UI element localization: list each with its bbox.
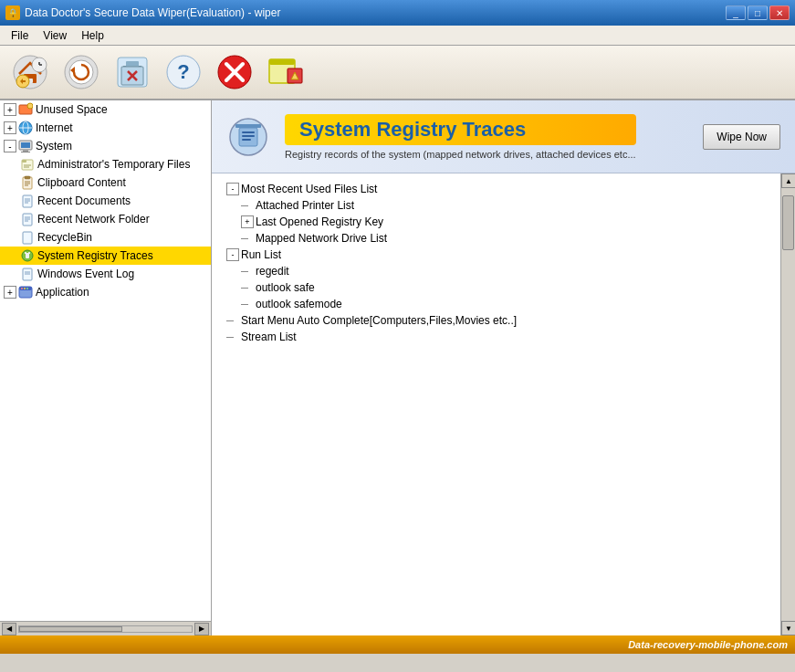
clipboard-icon (20, 175, 35, 190)
sidebar-item-unused-space[interactable]: + Unused Space (0, 100, 211, 119)
expand-run-list[interactable]: - (226, 248, 239, 261)
sidebar-item-recent-network[interactable]: Recent Network Folder (0, 210, 211, 228)
back-button[interactable] (58, 49, 104, 95)
vertical-scrollbar[interactable]: ▲ ▼ (780, 173, 795, 635)
label-regedit: regedit (256, 265, 289, 278)
sidebar-label-application: Application (36, 286, 89, 299)
help-menu[interactable]: Help (74, 27, 111, 44)
sidebar-label-event-log: Windows Event Log (37, 268, 134, 280)
wipe-now-button[interactable]: Wipe Now (703, 124, 780, 150)
stop-button[interactable] (212, 49, 257, 95)
expand-last-opened[interactable]: + (241, 215, 254, 228)
label-mru: Most Recent Used Files List (241, 183, 377, 195)
view-menu[interactable]: View (36, 27, 74, 44)
clear-button[interactable] (110, 49, 155, 95)
scroll-right-arrow[interactable]: ▶ (194, 623, 209, 635)
internet-icon (18, 121, 33, 135)
tree-item-mapped-network[interactable]: Mapped Network Drive List (241, 230, 766, 247)
sidebar-label-clipboard: Clipboard Content (37, 176, 126, 189)
tree-item-outlook-safemode[interactable]: outlook safemode (241, 296, 766, 312)
recent-network-icon (20, 212, 35, 226)
title-bar-left: 🔒 Data Doctor's Secure Data Wiper(Evalua… (5, 5, 280, 20)
svg-rect-53 (25, 252, 26, 254)
sidebar-tree: + Unused Space + Internet - S (0, 100, 212, 621)
sidebar-label-recycle: RecycleBin (37, 231, 92, 244)
svg-rect-66 (242, 135, 255, 137)
tree-item-regedit[interactable]: regedit (241, 263, 766, 279)
menu-bar: File View Help (0, 26, 795, 46)
recycle-icon (20, 230, 35, 245)
close-button[interactable]: ✕ (769, 5, 790, 20)
tree-item-mru[interactable]: - Most Recent Used Files List (226, 181, 766, 197)
svg-rect-32 (21, 152, 30, 152)
scroll-up-arrow[interactable]: ▲ (781, 173, 795, 188)
tree-item-outlook-safe[interactable]: outlook safe (241, 279, 766, 296)
svg-rect-67 (242, 139, 251, 141)
maximize-button[interactable]: □ (748, 5, 768, 20)
sidebar-item-registry-traces[interactable]: System Registry Traces (0, 247, 211, 265)
expand-mru[interactable]: - (226, 183, 239, 195)
svg-rect-34 (22, 160, 26, 163)
bottom-bar: Data-recovery-mobile-phone.com (0, 635, 795, 654)
window-controls[interactable]: _ □ ✕ (726, 5, 790, 20)
header-info: System Registry Traces Registry records … (285, 114, 636, 160)
expand-unused-space[interactable]: + (4, 103, 16, 116)
scroll-down-arrow[interactable]: ▼ (781, 621, 795, 635)
expand-application[interactable]: + (4, 286, 16, 299)
tree-item-start-menu[interactable]: Start Menu Auto Complete[Computers,Files… (226, 312, 766, 329)
sidebar-label-internet: Internet (36, 121, 73, 134)
header-icon (226, 115, 270, 159)
unused-space-icon (18, 102, 33, 117)
label-outlook-safemode: outlook safemode (256, 298, 342, 310)
recent-docs-icon (20, 194, 35, 208)
sidebar-item-recent-docs[interactable]: Recent Documents (0, 192, 211, 210)
sidebar-item-internet[interactable]: + Internet (0, 119, 211, 137)
event-log-icon (20, 267, 35, 281)
sidebar-item-admin-temp[interactable]: Administrator's Temporary Files (0, 155, 211, 173)
sidebar-label-recent-docs: Recent Documents (37, 194, 131, 207)
header-description: Registry records of the system (mapped n… (285, 149, 636, 160)
label-outlook-safe: outlook safe (256, 281, 315, 294)
svg-point-61 (24, 288, 26, 289)
svg-point-62 (26, 288, 28, 289)
application-icon (18, 285, 33, 299)
tree-item-stream-list[interactable]: Stream List (226, 329, 766, 345)
svg-rect-31 (23, 150, 28, 152)
expand-internet[interactable]: + (4, 121, 16, 134)
svg-rect-21 (269, 59, 295, 65)
system-icon (18, 139, 33, 153)
toolbar: ? (0, 46, 795, 100)
wipe-toolbar-button[interactable] (263, 49, 309, 95)
sidebar-item-system[interactable]: - System (0, 137, 211, 155)
expand-system[interactable]: - (4, 140, 16, 152)
svg-rect-50 (23, 232, 32, 244)
tree-item-last-opened[interactable]: + Last Opened Registry Key (241, 214, 766, 230)
tree-item-run-list[interactable]: - Run List (226, 247, 766, 263)
horizontal-scrollbar[interactable]: ◀ ▶ (0, 621, 211, 635)
scroll-left-arrow[interactable]: ◀ (2, 623, 16, 635)
file-menu[interactable]: File (4, 27, 36, 44)
svg-point-60 (21, 288, 23, 289)
sidebar-item-application[interactable]: + Application (0, 283, 211, 301)
label-start-menu: Start Menu Auto Complete[Computers,Files… (241, 314, 517, 327)
content-area: - Most Recent Used Files List Attached P… (212, 173, 780, 635)
svg-rect-38 (25, 176, 30, 179)
sidebar-item-event-log[interactable]: Windows Event Log (0, 265, 211, 283)
sidebar-label-recent-network: Recent Network Folder (37, 213, 150, 226)
title-bar: 🔒 Data Doctor's Secure Data Wiper(Evalua… (0, 0, 795, 26)
label-mapped-network: Mapped Network Drive List (256, 232, 387, 245)
tree-item-printer[interactable]: Attached Printer List (241, 197, 766, 214)
svg-rect-68 (235, 124, 261, 128)
sidebar-item-recycle[interactable]: RecycleBin (0, 228, 211, 247)
header-title: System Registry Traces (285, 114, 636, 145)
label-run-list: Run List (241, 248, 281, 261)
main-layout: + Unused Space + Internet - S (0, 100, 795, 635)
sidebar-label-unused-space: Unused Space (36, 103, 108, 116)
label-printer: Attached Printer List (256, 199, 354, 212)
sidebar-item-clipboard[interactable]: Clipboard Content (0, 173, 211, 192)
minimize-button[interactable]: _ (726, 5, 746, 20)
svg-point-25 (27, 103, 33, 109)
help-button[interactable]: ? (161, 49, 206, 95)
svg-rect-65 (242, 131, 255, 133)
home-button[interactable] (7, 49, 53, 95)
